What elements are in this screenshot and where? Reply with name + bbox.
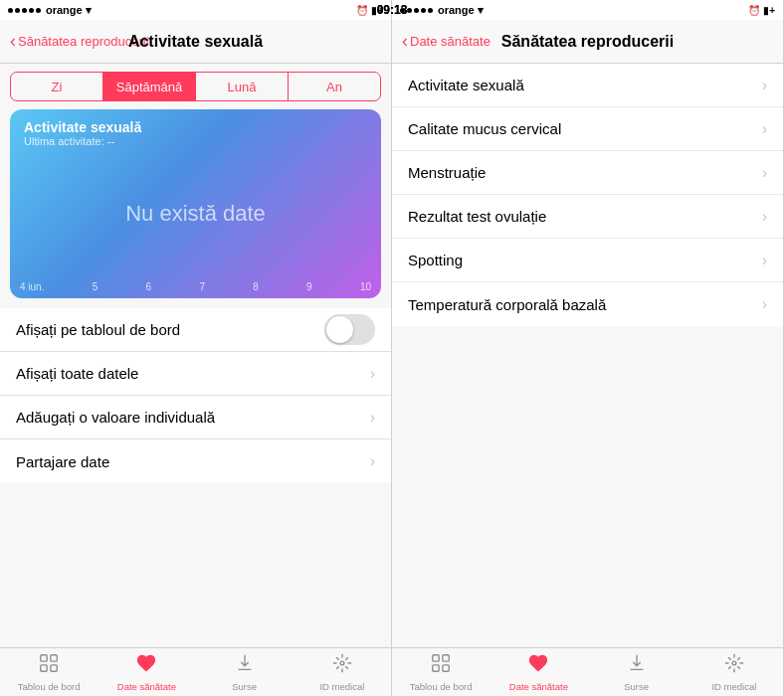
right-list-item-2[interactable]: Menstruație › <box>392 151 783 195</box>
back-chevron-icon: ‹ <box>10 32 16 50</box>
date-sanatate-icon-left <box>135 652 157 679</box>
chart-header: Activitate sexuală Ultima activitate: -- <box>10 109 381 149</box>
tab-date-sanatate-left[interactable]: Date sănătate <box>98 648 195 696</box>
right-tab-bar: Tablou de bord Date sănătate Surse ID me… <box>392 647 783 696</box>
tab-id-medical-right[interactable]: ID medical <box>686 648 783 696</box>
tab-tablou-bord-left[interactable]: Tablou de bord <box>0 648 98 696</box>
right-chevron-0-icon: › <box>762 77 767 94</box>
right-label-3: Rezultat test ovulație <box>408 208 762 225</box>
x-label-6: 10 <box>360 281 371 292</box>
left-status-left: orange ▾ <box>8 4 92 17</box>
right-list-item-4[interactable]: Spotting › <box>392 239 783 282</box>
svg-rect-6 <box>443 655 449 661</box>
left-nav-title: Activitate sexuală <box>128 33 263 51</box>
right-label-4: Spotting <box>408 252 762 268</box>
tab-surse-right[interactable]: Surse <box>588 648 686 696</box>
segment-luna[interactable]: Lună <box>196 73 289 100</box>
right-nav-title: Sănătatea reproducerii <box>501 33 674 51</box>
svg-rect-8 <box>443 665 449 671</box>
right-chevron-3-icon: › <box>762 208 767 226</box>
tab-tablou-bord-right[interactable]: Tablou de bord <box>392 648 490 696</box>
id-medical-icon-left <box>331 652 353 679</box>
list-item-toate[interactable]: Afișați toate datele › <box>0 352 391 396</box>
right-time-display: 09:13 <box>377 3 408 17</box>
x-label-4: 8 <box>253 281 259 292</box>
svg-point-4 <box>340 661 344 665</box>
chart-subtitle: Ultima activitate: -- <box>24 135 367 147</box>
right-back-label[interactable]: Date sănătate <box>410 34 490 49</box>
right-back-button[interactable]: ‹ Date sănătate <box>402 33 490 50</box>
x-label-3: 7 <box>199 281 205 292</box>
svg-point-9 <box>732 661 736 665</box>
alarm-icon: ⏰ <box>356 5 368 16</box>
chart-no-data-label: Nu există date <box>10 149 381 277</box>
tab-surse-left[interactable]: Surse <box>196 648 294 696</box>
list-label-adaugati: Adăugați o valoare individuală <box>16 409 370 426</box>
chevron-adaugati-icon: › <box>370 409 375 427</box>
chart-card: Activitate sexuală Ultima activitate: --… <box>10 109 381 298</box>
right-chevron-5-icon: › <box>762 295 767 313</box>
tab-id-label-left: ID medical <box>319 681 364 692</box>
right-back-chevron-icon: ‹ <box>402 32 408 50</box>
left-list-section: Afișați pe tabloul de bord Afișați toate… <box>0 308 391 483</box>
chart-title: Activitate sexuală <box>24 119 367 135</box>
right-status-left: orange ▾ <box>400 4 484 17</box>
list-label-partajare: Partajare date <box>16 453 370 470</box>
x-label-5: 9 <box>306 281 312 292</box>
right-status-bar: orange ▾ 09:13 ⏰ ▮+ <box>392 0 783 20</box>
id-medical-icon-right <box>723 652 745 679</box>
x-label-0: 4 iun. <box>20 281 44 292</box>
list-item-partajare[interactable]: Partajare date › <box>0 439 391 483</box>
right-label-1: Calitate mucus cervical <box>408 120 762 137</box>
chart-x-axis: 4 iun. 5 6 7 8 9 10 <box>10 277 381 298</box>
left-panel-content: Zi Săptămână Lună An Activitate sexuală … <box>0 64 391 647</box>
svg-rect-1 <box>51 655 57 661</box>
left-panel: orange ▾ 09:13 ⏰ ▮+ ‹ Sănătatea reproduc… <box>0 0 392 696</box>
right-list-item-1[interactable]: Calitate mucus cervical › <box>392 107 783 151</box>
segment-saptamana[interactable]: Săptămână <box>103 73 196 100</box>
date-sanatate-icon-right <box>527 652 549 679</box>
x-label-2: 6 <box>146 281 152 292</box>
tab-date-label-left: Date sănătate <box>117 681 176 692</box>
left-tab-bar: Tablou de bord Date sănătate Surse ID me… <box>0 647 391 696</box>
right-list-item-0[interactable]: Activitate sexuală › <box>392 64 783 107</box>
right-chevron-2-icon: › <box>762 164 767 182</box>
right-list-item-5[interactable]: Temperatură corporală bazală › <box>392 282 783 326</box>
tab-id-medical-left[interactable]: ID medical <box>294 648 391 696</box>
tab-tablou-label-left: Tablou de bord <box>18 681 81 692</box>
tablou-bord-icon-left <box>38 652 60 679</box>
chevron-partajare-icon: › <box>370 452 375 470</box>
svg-rect-5 <box>433 655 439 661</box>
svg-rect-2 <box>41 665 47 671</box>
svg-rect-7 <box>433 665 439 671</box>
segment-control[interactable]: Zi Săptămână Lună An <box>10 72 381 101</box>
right-battery-icon: ▮+ <box>763 5 775 16</box>
right-label-5: Temperatură corporală bazală <box>408 296 762 313</box>
list-item-tablou[interactable]: Afișați pe tabloul de bord <box>0 308 391 352</box>
right-panel-content: Activitate sexuală › Calitate mucus cerv… <box>392 64 783 647</box>
tab-date-label-right: Date sănătate <box>509 681 568 692</box>
carrier-label: orange <box>46 4 83 16</box>
toggle-tablou[interactable] <box>324 314 375 345</box>
list-label-tablou: Afișați pe tabloul de bord <box>16 321 324 338</box>
signal-dots <box>8 8 41 13</box>
svg-rect-0 <box>41 655 47 661</box>
segment-zi[interactable]: Zi <box>11 73 103 100</box>
right-panel: orange ▾ 09:13 ⏰ ▮+ ‹ Date sănătate Sănă… <box>392 0 784 696</box>
right-nav-bar: ‹ Date sănătate Sănătatea reproducerii <box>392 20 783 64</box>
right-status-right: ⏰ ▮+ <box>748 5 775 16</box>
list-item-adaugati[interactable]: Adăugați o valoare individuală › <box>0 396 391 439</box>
surse-icon-right <box>626 652 648 679</box>
segment-an[interactable]: An <box>289 73 380 100</box>
right-label-2: Menstruație <box>408 164 762 181</box>
left-nav-bar: ‹ Sănătatea reproducerii Activitate sexu… <box>0 20 391 64</box>
left-status-bar: orange ▾ 09:13 ⏰ ▮+ <box>0 0 391 20</box>
right-label-0: Activitate sexuală <box>408 77 762 93</box>
x-label-1: 5 <box>93 281 98 292</box>
tab-date-sanatate-right[interactable]: Date sănătate <box>490 648 587 696</box>
right-chevron-4-icon: › <box>762 252 767 269</box>
right-alarm-icon: ⏰ <box>748 5 760 16</box>
tablou-bord-icon-right <box>430 652 452 679</box>
right-list-item-3[interactable]: Rezultat test ovulație › <box>392 195 783 239</box>
right-carrier-label: orange <box>438 4 475 16</box>
